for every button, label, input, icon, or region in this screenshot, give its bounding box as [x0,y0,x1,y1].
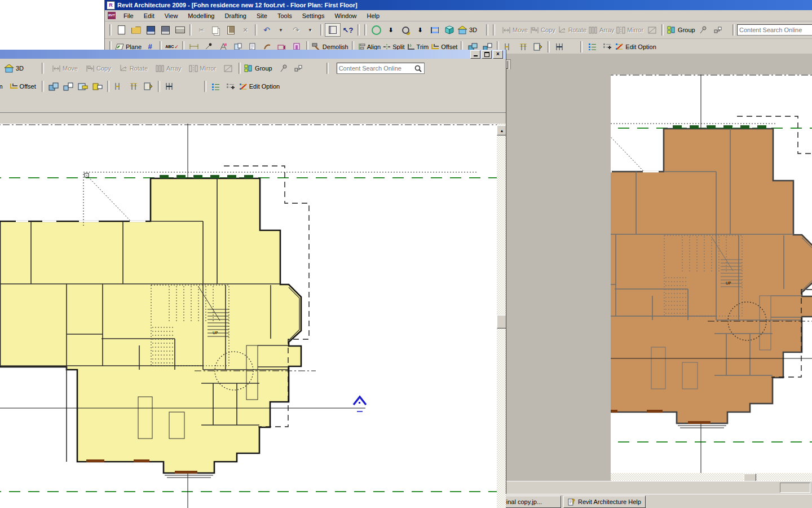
floor-plan-view-left[interactable] [0,124,497,508]
separator [255,24,257,36]
new-button[interactable] [114,24,129,36]
wall-join-button[interactable] [112,80,126,93]
rotate-icon [558,26,567,34]
standard-toolbar: ✂ ✕ ↶ ▼ ↷ ▼ ↖? ⬇ ⬇ 3D [105,21,812,39]
floor-plan-drawing-left [0,124,497,508]
separator [358,24,360,36]
search-icon[interactable] [414,65,422,72]
copy-icon [530,27,539,34]
array-button[interactable]: Array [588,24,615,36]
element-properties-button[interactable] [585,41,599,53]
paste-aligned-button[interactable] [61,80,76,93]
copy-button[interactable]: Copy [85,62,112,75]
menu-drafting[interactable]: Drafting [219,11,251,20]
delete-button[interactable]: ✕ [238,24,253,36]
edit-option-button[interactable]: Edit Option [238,80,281,93]
default-3d-cube-button[interactable] [442,24,457,36]
menu-settings[interactable]: Settings [297,11,330,20]
vertical-scrollbar-left-view[interactable]: ▲ [497,124,506,508]
trim-button[interactable]: Trim [0,80,4,93]
move-button[interactable]: Move [51,62,79,75]
menu-help[interactable]: Help [362,11,385,20]
vscroll-thumb[interactable] [497,315,506,329]
zoom-button[interactable] [398,24,413,36]
floor-plan-view-right[interactable] [611,75,812,473]
3d-label: 3D [16,65,24,72]
opening-button[interactable] [531,41,545,53]
main-titlebar[interactable]: R Revit Architecture 2009 - [Fohn reside… [105,0,812,10]
edit-option-icon [615,43,624,50]
scroll-up-button[interactable]: ▲ [497,125,506,135]
content-search-input[interactable] [737,24,812,36]
resize-button[interactable] [220,62,235,75]
copy-button[interactable]: Copy [529,24,557,36]
restore-button[interactable] [482,50,492,59]
offset-icon [10,83,18,90]
save-button[interactable] [143,24,158,36]
menu-window[interactable]: Window [329,11,361,20]
type-properties-button[interactable] [599,41,614,53]
ungroup-button[interactable] [711,24,726,36]
array-button[interactable]: Array [155,62,182,75]
pin-button[interactable] [696,24,711,36]
dynamic-view-dropdown[interactable]: ⬇ [383,24,398,36]
minimize-button[interactable] [470,50,480,59]
project-browser-toggle[interactable] [325,23,341,37]
join-shapes-icon [48,82,59,91]
opening-button[interactable] [141,80,156,93]
offset-button[interactable]: Offset [8,80,37,93]
dynamic-view-button[interactable] [369,24,383,36]
taskbar-button-revit-help[interactable]: ? Revit Architecture Help [563,496,646,508]
separator [486,24,488,36]
menu-edit[interactable]: Edit [139,11,160,20]
wall-sweep-button[interactable] [516,41,531,53]
separator [158,81,160,92]
menu-file[interactable]: File [118,11,139,20]
ungroup-button[interactable] [292,62,306,75]
wall-joins-edit-button[interactable] [162,80,177,93]
redo-dropdown[interactable]: ▼ [303,24,318,36]
undo-button[interactable]: ↶ [259,24,274,36]
element-properties-button[interactable] [209,80,223,93]
close-button[interactable]: × [493,50,503,59]
type-properties-button[interactable] [223,80,238,93]
mirror-button[interactable]: Mirror [188,62,217,75]
home-3d-view-button[interactable]: 3D [457,24,478,36]
cut-button[interactable]: ✂ [194,24,209,36]
wall-joins-edit-button[interactable] [552,41,567,53]
save-all-button[interactable] [158,24,173,36]
group-detach-icon [92,82,103,91]
paste-group-button[interactable] [46,80,61,93]
group-button[interactable]: Group [243,62,273,75]
menu-tools[interactable]: Tools [272,11,297,20]
resize-button[interactable] [645,24,659,36]
home-3d-view-button[interactable]: 3D [3,62,25,75]
front-window-titlebar[interactable]: × [0,50,506,59]
context-help-button[interactable]: ↖? [341,24,355,36]
menu-view[interactable]: View [160,11,183,20]
svg-text:?: ? [572,498,575,505]
move-button[interactable]: Move [501,24,529,36]
taskbar-button-final-copy[interactable]: Final copy.jp... [506,496,561,508]
mirror-button[interactable]: Mirror [615,24,645,36]
view-list-button[interactable] [427,24,442,36]
edit-option-button[interactable]: Edit Option [614,41,657,53]
open-button[interactable] [129,24,143,36]
group-detach-button[interactable] [90,80,105,93]
pin-button[interactable] [277,62,292,75]
menu-site[interactable]: Site [251,11,272,20]
paste-button[interactable] [223,24,238,36]
wall-sweep-button[interactable] [126,80,141,93]
group-button[interactable]: Group [666,24,696,36]
undo-dropdown[interactable]: ▼ [274,24,289,36]
rotate-button[interactable]: Rotate [557,24,588,36]
content-search-input[interactable] [337,63,425,74]
rotate-button[interactable]: Rotate [118,62,149,75]
copy-clipboard-button[interactable] [209,24,223,36]
horizontal-scrollbar-right-view[interactable] [611,473,812,481]
group-insert-button[interactable] [76,80,90,93]
print-button[interactable] [173,24,187,36]
redo-button[interactable]: ↷ [289,24,303,36]
zoom-dropdown[interactable]: ⬇ [413,24,427,36]
menu-modelling[interactable]: Modelling [183,11,219,20]
